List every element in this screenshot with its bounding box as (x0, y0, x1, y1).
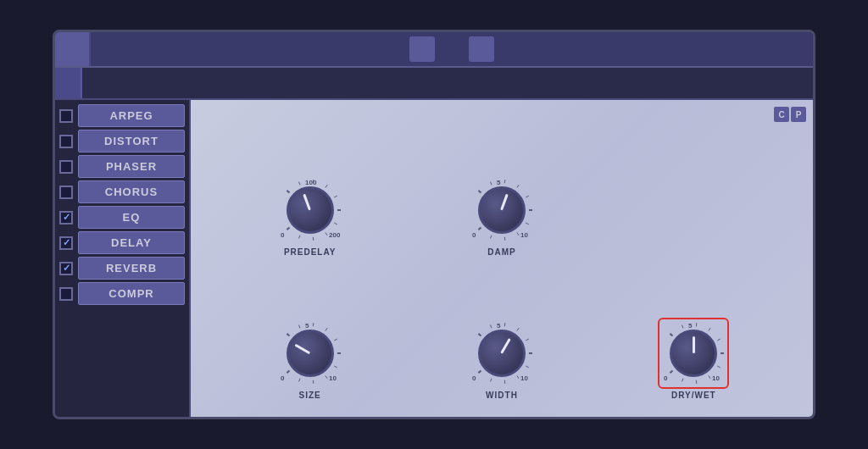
sidebar-btn-compr[interactable]: COMPR (78, 282, 185, 305)
svg-line-31 (326, 328, 327, 330)
svg-line-20 (526, 223, 529, 224)
svg-line-21 (517, 232, 519, 235)
knob-indicator-drywet (693, 336, 695, 353)
svg-line-56 (670, 334, 673, 336)
svg-line-65 (682, 379, 683, 382)
sidebar-btn-eq[interactable]: EQ (78, 206, 185, 229)
knobs-grid: 0200100PREDELAY0105DAMP0105SIZE0105WIDTH… (199, 108, 804, 408)
sidebar-btn-delay[interactable]: DELAY (78, 231, 185, 254)
sidebar-btn-reverb[interactable]: REVERB (78, 257, 185, 280)
svg-text:0: 0 (281, 231, 285, 239)
sidebar-btn-phaser[interactable]: PHASER (78, 155, 185, 178)
about-button[interactable] (55, 32, 91, 66)
svg-line-45 (517, 328, 519, 330)
svg-line-28 (287, 334, 289, 336)
checkbox-distort[interactable] (59, 135, 73, 148)
nav-right-button[interactable] (469, 36, 494, 62)
svg-line-62 (718, 366, 721, 368)
svg-line-35 (326, 376, 327, 379)
svg-line-34 (334, 366, 337, 368)
svg-text:10: 10 (520, 231, 528, 239)
sidebar-item-distort[interactable]: DISTORT (59, 130, 185, 152)
svg-line-14 (478, 190, 481, 192)
svg-line-10 (287, 227, 289, 230)
program-select-area (91, 36, 813, 62)
svg-text:10: 10 (329, 374, 337, 382)
sidebar-item-phaser[interactable]: PHASER (59, 155, 185, 178)
svg-line-60 (718, 339, 721, 341)
checkbox-delay[interactable] (59, 236, 73, 250)
svg-text:200: 200 (329, 231, 341, 239)
svg-line-3 (326, 185, 327, 187)
svg-text:0: 0 (664, 374, 668, 382)
svg-line-51 (490, 379, 491, 382)
svg-line-9 (298, 235, 299, 238)
knob-indicator-size (295, 344, 311, 355)
checkbox-reverb[interactable] (59, 262, 73, 275)
knob-body-size[interactable] (287, 330, 334, 377)
sidebar-item-delay[interactable]: DELAY (59, 231, 185, 254)
knob-container-empty (600, 117, 787, 257)
knob-indicator-damp (501, 193, 509, 210)
svg-line-38 (287, 371, 289, 374)
knob-body-predelay[interactable] (287, 186, 334, 234)
cp-btn-c[interactable]: C (774, 107, 789, 122)
checkbox-compr[interactable] (59, 287, 73, 301)
parameter-bar (55, 68, 813, 100)
knob-wrapper-predelay[interactable]: 0200100 (276, 176, 344, 244)
sidebar-item-arpeg[interactable]: ARPEG (59, 104, 185, 127)
svg-line-17 (517, 185, 519, 187)
cp-btn-p[interactable]: P (791, 107, 806, 122)
svg-line-32 (334, 339, 337, 341)
knob-wrapper-drywet[interactable]: 0105 (659, 319, 727, 387)
svg-line-66 (670, 371, 673, 374)
svg-line-52 (478, 371, 481, 374)
svg-line-0 (287, 190, 289, 192)
knob-label-size: SIZE (299, 391, 321, 400)
knob-label-drywet: DRY/WET (671, 391, 716, 400)
svg-line-15 (490, 181, 491, 185)
sidebar-btn-chorus[interactable]: CHORUS (78, 180, 185, 203)
sidebar-btn-distort[interactable]: DISTORT (78, 130, 185, 152)
nav-left-button[interactable] (409, 36, 435, 62)
svg-line-24 (478, 227, 481, 230)
knob-wrapper-width[interactable]: 0105 (468, 319, 536, 387)
svg-line-43 (490, 325, 491, 329)
knob-indicator-width (501, 338, 512, 354)
sidebar-item-reverb[interactable]: REVERB (59, 257, 185, 280)
knob-body-drywet[interactable] (670, 330, 717, 377)
svg-line-46 (526, 339, 529, 341)
checkbox-eq[interactable] (59, 211, 73, 224)
svg-text:100: 100 (305, 179, 317, 186)
knob-indicator-predelay (303, 193, 311, 210)
knob-label-predelay: PREDELAY (284, 247, 337, 257)
knob-wrapper-damp[interactable]: 0105 (468, 176, 536, 244)
svg-line-59 (709, 328, 710, 330)
svg-text:10: 10 (712, 374, 720, 382)
knob-container-predelay: 0200100PREDELAY (216, 117, 403, 257)
content-area: CP 0200100PREDELAY0105DAMP0105SIZE0105WI… (191, 100, 813, 417)
svg-line-18 (526, 196, 529, 197)
sidebar-item-eq[interactable]: EQ (59, 206, 185, 229)
cp-buttons: CP (774, 107, 806, 122)
checkbox-chorus[interactable] (59, 186, 73, 199)
svg-line-1 (298, 181, 299, 185)
svg-line-57 (682, 325, 683, 329)
knob-body-width[interactable] (478, 330, 526, 377)
top-bar (55, 32, 813, 68)
sidebar-item-chorus[interactable]: CHORUS (59, 180, 185, 203)
knob-label-damp: DAMP (487, 247, 515, 257)
knob-label-width: WIDTH (486, 391, 518, 400)
checkbox-arpeg[interactable] (59, 109, 73, 123)
knob-body-damp[interactable] (478, 186, 526, 234)
checkbox-phaser[interactable] (59, 160, 73, 174)
svg-line-29 (298, 325, 299, 329)
sidebar-btn-arpeg[interactable]: ARPEG (78, 104, 185, 127)
svg-line-23 (490, 235, 491, 238)
knob-container-drywet: 0105DRY/WET (600, 261, 787, 401)
svg-text:0: 0 (472, 231, 476, 239)
knob-wrapper-size[interactable]: 0105 (276, 319, 344, 387)
sidebar-item-compr[interactable]: COMPR (59, 282, 185, 305)
main-area: ARPEGDISTORTPHASERCHORUSEQDELAYREVERBCOM… (55, 100, 813, 417)
svg-line-7 (326, 232, 327, 235)
